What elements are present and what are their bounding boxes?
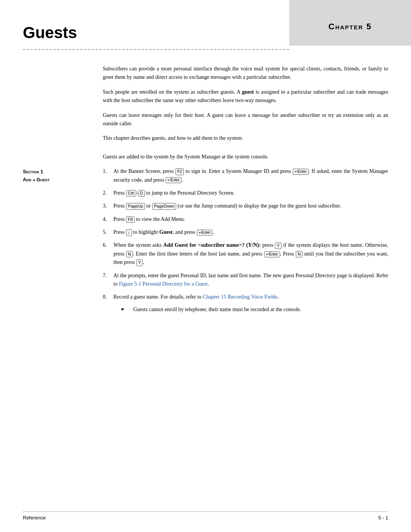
step-5-num: 5.	[103, 228, 113, 236]
key-d: D	[138, 190, 145, 197]
key-f2: F2	[175, 168, 184, 175]
step-3-content: Press PageUp or PageDown (or use the Jum…	[113, 202, 388, 210]
separator-line	[23, 49, 289, 50]
step-2-content: Press Ctrl-D to jump to the Personal Dir…	[113, 189, 388, 197]
footer-left: Reference	[23, 515, 46, 521]
step-3-num: 3.	[103, 202, 113, 210]
step-8: 8. Record a guest name. For details, ref…	[103, 293, 388, 314]
main-section: Section 1 Add a Guest Guests are added t…	[0, 153, 411, 318]
intro-content: Subscribers can provide a more personal …	[103, 65, 388, 149]
step-1: 1. At the Banner Screen, press F2 to sig…	[103, 167, 388, 184]
key-y-2: Y	[136, 259, 143, 266]
step-6-num: 6.	[103, 241, 113, 267]
key-enter-1: ↩Enter	[293, 169, 309, 175]
key-y-1: Y	[275, 243, 281, 249]
step-4-num: 4.	[103, 215, 113, 224]
key-f8: F8	[126, 216, 135, 223]
left-margin-section: Section 1 Add a Guest	[23, 153, 103, 318]
step-6: 6. When the system asks Add Guest for <s…	[103, 241, 388, 267]
intro-para-1: Subscribers can provide a more personal …	[103, 65, 388, 82]
key-ctrl: Ctrl	[126, 190, 136, 197]
step-2-num: 2.	[103, 189, 113, 197]
key-enter-2: ↩Enter	[166, 177, 182, 183]
step-3: 3. Press PageUp or PageDown (or use the …	[103, 202, 388, 210]
title-area: Guests	[0, 0, 289, 46]
steps-list: 1. At the Banner Screen, press F2 to sig…	[103, 167, 388, 314]
link-chapter-15[interactable]: Chapter 15 Recording Voice Fields	[203, 294, 277, 300]
note-item: ☛ Guests cannot enroll by telephone; the…	[113, 305, 388, 314]
step-7: 7. At the prompts, enter the guest Perso…	[103, 272, 388, 289]
intro-para-3: Guests can leave messages only for their…	[103, 111, 388, 128]
page-footer: Reference 5 - 1	[23, 511, 388, 521]
step-7-content: At the prompts, enter the guest Personal…	[113, 272, 388, 289]
left-margin-intro	[23, 65, 103, 149]
intro-para-2: Such people are enrolled on the system a…	[103, 88, 388, 105]
steps-container: 1. At the Banner Screen, press F2 to sig…	[103, 167, 388, 314]
step-4: 4. Press F8 to view the Add Menu.	[103, 215, 388, 224]
key-enter-4: ↩Enter	[264, 251, 280, 257]
key-pageup: PageUp	[126, 203, 145, 209]
section-content: Guests are added to the system by the Sy…	[103, 153, 388, 318]
section-number: Section 1	[23, 168, 103, 176]
step-8-num: 8.	[103, 293, 113, 314]
intro-section: Subscribers can provide a more personal …	[0, 65, 411, 149]
step-4-content: Press F8 to view the Add Menu.	[113, 215, 388, 224]
footer-right: 5 - 1	[378, 515, 388, 521]
step-8-content: Record a guest name. For details, refer …	[113, 293, 388, 314]
step-5-content: Press ↓ to highlight Guest, and press ↩E…	[113, 228, 388, 236]
key-down: ↓	[126, 229, 132, 236]
note-icon: ☛	[121, 305, 130, 314]
chapter-label: Chapter 5	[289, 0, 411, 46]
page-header: Guests Chapter 5	[0, 0, 411, 46]
section-title-area: Section 1 Add a Guest	[23, 168, 103, 184]
note-text: Guests cannot enroll by telephone; their…	[133, 305, 301, 314]
step-6-content: When the system asks Add Guest for <subs…	[113, 241, 388, 267]
step-2: 2. Press Ctrl-D to jump to the Personal …	[103, 189, 388, 197]
step-7-num: 7.	[103, 272, 113, 289]
key-pagedown: PageDown	[152, 203, 177, 209]
separator-row	[0, 46, 411, 53]
step-5: 5. Press ↓ to highlight Guest, and press…	[103, 228, 388, 236]
link-figure-5-1[interactable]: Figure 5-1 Personal Directory for a Gues…	[119, 281, 207, 287]
page: Guests Chapter 5 Subscribers can provide…	[0, 0, 411, 532]
section-intro-para: Guests are added to the system by the Sy…	[103, 153, 388, 161]
step-1-content: At the Banner Screen, press F2 to sign i…	[113, 167, 388, 184]
key-n-1: N	[126, 251, 133, 257]
page-title: Guests	[23, 24, 77, 42]
key-n-2: N	[296, 251, 303, 257]
intro-para-4: This chapter describes guests, and how t…	[103, 134, 388, 142]
step-1-num: 1.	[103, 167, 113, 184]
section-title: Add a Guest	[23, 176, 103, 184]
key-enter-3: ↩Enter	[197, 230, 213, 236]
